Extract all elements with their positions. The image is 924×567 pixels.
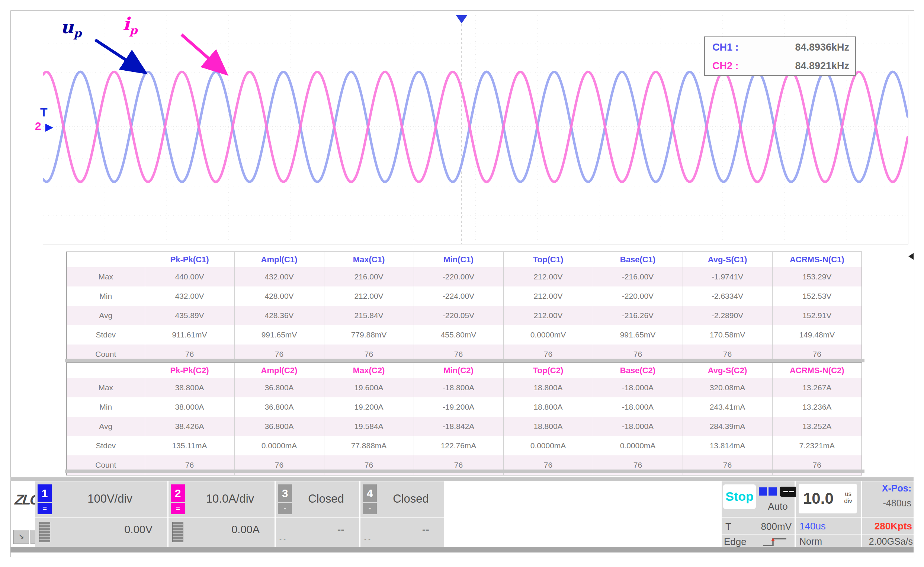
ch2-ground-marker-icon[interactable]: 2 [35, 120, 41, 132]
table-row: Avg38.426A36.800A19.584A-18.842A18.800A-… [67, 417, 862, 436]
value-cell: 212.00V [503, 286, 593, 306]
value-cell: -216.26V [593, 306, 682, 325]
value-cell: 153.29V [772, 267, 862, 286]
value-cell: 36.800A [234, 417, 324, 436]
value-cell: 18.800A [503, 417, 593, 436]
battery-icon [780, 487, 798, 496]
table-row: Max38.800A36.800A19.600A-18.800A18.800A-… [67, 378, 862, 398]
ch1-ground-marker-icon[interactable]: ▶ [45, 122, 53, 132]
value-cell: 77.888mA [324, 436, 414, 455]
channel-4-coupling-icon[interactable]: - [363, 503, 377, 514]
value-cell: -220.05V [414, 306, 503, 325]
row-label-cell: Min [67, 286, 145, 306]
value-cell: 432.00V [145, 286, 234, 306]
value-cell: -2.6334V [682, 286, 772, 306]
table-header-cell [67, 363, 145, 378]
channel-1-block[interactable]: 1 = 100V/div 0.00V [35, 482, 167, 547]
value-cell: -18.842A [414, 417, 503, 436]
table-header-cell: Top(C2) [503, 363, 593, 378]
value-cell: 18.800A [503, 398, 593, 417]
table-header-cell: Max(C1) [324, 252, 414, 267]
sample-rate-value: 2.00GSa/s [869, 536, 913, 547]
trigger-level-value[interactable]: 800mV [761, 521, 792, 532]
ch1-label: CH1 : [712, 42, 753, 53]
channel-3-block[interactable]: 3 - Closed - - -- [276, 482, 359, 547]
ch2-frequency-value: 84.8921kHz [795, 60, 849, 72]
value-cell: 432.00V [234, 267, 324, 286]
value-cell: -216.00V [593, 267, 682, 286]
value-cell: 991.65mV [593, 325, 682, 345]
channel-4-state: Closed [383, 482, 439, 516]
value-cell: 0.0000mA [503, 436, 593, 455]
value-cell: 38.426A [145, 417, 234, 436]
trigger-level-marker-icon[interactable]: T [40, 106, 48, 118]
channel-3-offset: -- [338, 524, 345, 536]
value-cell: 13.236A [772, 398, 862, 417]
channel-2-block[interactable]: 2 = 10.0A/div 0.00A [168, 482, 274, 547]
timebase-box[interactable]: 10.0 usdiv [799, 484, 856, 513]
table-row: Max440.00V432.00V216.00V-220.00V212.00V-… [67, 267, 862, 286]
table-header-cell: Pk-Pk(C1) [145, 252, 234, 267]
statusbar-divider [10, 477, 914, 481]
ch1-frequency-value: 84.8936kHz [795, 42, 849, 53]
row-label-cell: Stdev [67, 325, 145, 345]
channel-2-coupling-icon[interactable]: = [171, 503, 185, 514]
value-cell: 152.91V [772, 306, 862, 325]
table-row: Avg435.89V428.36V215.84V-220.05V212.00V-… [67, 306, 862, 325]
channel-1-scale: 100V/div [58, 482, 162, 516]
memory-depth-value: 280Kpts [874, 520, 912, 532]
trigger-position-icon[interactable] [456, 15, 467, 24]
channel-2-scale: 10.0A/div [191, 482, 269, 516]
channel-3-badge[interactable]: 3 [278, 484, 292, 502]
value-cell: 440.00V [145, 267, 234, 286]
channel-4-block[interactable]: 4 - Closed - - -- [360, 482, 444, 547]
ip-annotation-arrow-icon [182, 34, 224, 72]
right-edge-arrow-icon[interactable] [908, 253, 914, 260]
trigger-type-label[interactable]: Edge [724, 536, 747, 548]
value-cell: 991.65mV [234, 325, 324, 345]
up-voltage-label: up [61, 18, 81, 39]
frequency-readout-box: CH1 : 84.8936kHz CH2 : 84.8921kHz [704, 36, 856, 76]
channel-1-badge[interactable]: 1 [38, 484, 52, 502]
channel-1-coupling-icon[interactable]: = [38, 503, 52, 514]
value-cell: 0.0000mA [234, 436, 324, 455]
channel-4-offset: -- [422, 524, 429, 536]
value-cell: 455.80mV [414, 325, 503, 345]
value-cell: -1.9741V [682, 267, 772, 286]
channel-3-probe-marks: - - [279, 536, 286, 543]
ch2-measurements-table: Pk-Pk(C2)Ampl(C2)Max(C2)Min(C2)Top(C2)Ba… [66, 362, 862, 476]
channel-4-badge[interactable]: 4 [363, 484, 377, 502]
channel-3-coupling-icon[interactable]: - [278, 503, 292, 514]
value-cell: 0.0000mA [593, 436, 682, 455]
ch1-frequency-row: CH1 : 84.8936kHz [705, 38, 855, 57]
capture-window-value: 140us [800, 520, 826, 532]
up-annotation-arrow-icon [95, 40, 143, 71]
x-pos-value[interactable]: -480us [883, 498, 911, 508]
value-cell: -18.000A [593, 417, 682, 436]
value-cell: 38.800A [145, 378, 234, 398]
value-cell: 19.200A [324, 398, 414, 417]
row-label-cell: Min [67, 398, 145, 417]
display-mode-button[interactable]: ↘ [14, 530, 29, 544]
channel-2-badge[interactable]: 2 [171, 484, 185, 502]
timebase-panel: 10.0 usdiv 140us Norm [796, 482, 861, 547]
timebase-value[interactable]: 10.0 [803, 490, 834, 507]
acquisition-auto-label: Auto [758, 501, 798, 512]
value-cell: 284.39mA [682, 417, 772, 436]
value-cell: 428.36V [234, 306, 324, 325]
timebase-unit: usdiv [844, 490, 852, 504]
table-header-cell: Pk-Pk(C2) [145, 363, 234, 378]
acquisition-mode[interactable]: Norm [800, 536, 822, 547]
value-cell: 36.800A [234, 378, 324, 398]
value-cell: 13.814mA [682, 436, 772, 455]
table-divider [65, 470, 864, 473]
value-cell: 435.89V [145, 306, 234, 325]
table-row: Min432.00V428.00V212.00V-224.00V212.00V-… [67, 286, 862, 306]
value-cell: 13.252A [772, 417, 862, 436]
x-pos-label: X-Pos: [882, 483, 911, 494]
table-row: Stdev911.61mV991.65mV779.88mV455.80mV0.0… [67, 325, 862, 345]
ch1-measurements-table: Pk-Pk(C1)Ampl(C1)Max(C1)Min(C1)Top(C1)Ba… [66, 252, 862, 364]
value-cell: 135.11mA [145, 436, 234, 455]
run-state-indicator[interactable]: Stop [723, 484, 756, 509]
value-cell: 149.48mV [772, 325, 862, 345]
